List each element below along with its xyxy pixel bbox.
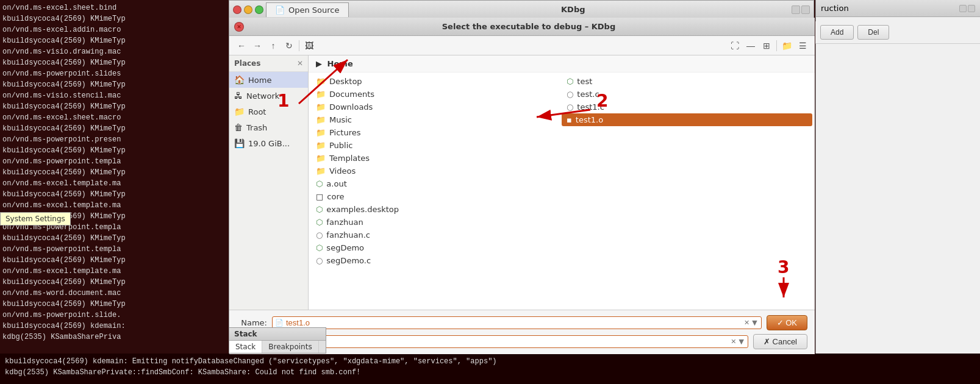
terminal-left: on/vnd.ms-excel.sheet.bind kbuildsycoca4… bbox=[0, 0, 229, 354]
file-item-videos[interactable]: 📁 Videos bbox=[311, 165, 562, 177]
file-item-label: Templates bbox=[329, 154, 370, 163]
add-button[interactable]: Add bbox=[820, 25, 854, 40]
file-item-test1-o[interactable]: ▪ test1.o bbox=[562, 113, 812, 126]
file-item-fanzhuan-c[interactable]: ○ fanzhuan.c bbox=[311, 229, 562, 241]
network-icon: 🖧 bbox=[234, 91, 243, 101]
file-item-downloads[interactable]: 📁 Downloads bbox=[311, 101, 562, 113]
terminal-line: kbuildsycoca4(2569) KMimeTyp bbox=[2, 57, 226, 68]
file-item-core[interactable]: □ core bbox=[311, 190, 562, 203]
places-item-network[interactable]: 🖧 Network bbox=[229, 88, 308, 104]
file-column-2: ⬡ test ○ test.c ○ test1.c ▪ bbox=[562, 75, 812, 267]
close-panel-button[interactable] bbox=[968, 5, 975, 12]
exe-icon: ⬡ bbox=[567, 77, 573, 86]
name-clear-icon[interactable]: ✕ bbox=[743, 319, 751, 327]
terminal-line: kbuildsycoca4(2569) KMimeTyp bbox=[2, 123, 226, 134]
filter-input-wrap: ✕ ▼ bbox=[272, 335, 748, 348]
file-item-fanzhuan[interactable]: ⬡ fanzhuan bbox=[311, 216, 562, 229]
file-item-segdemo-c[interactable]: ○ segDemo.c bbox=[311, 254, 562, 267]
file-item-public[interactable]: 📁 Public bbox=[311, 139, 562, 152]
back-button[interactable]: ← bbox=[234, 39, 249, 52]
terminal-line: on/vnd.ms-powerpoint.templa bbox=[2, 244, 226, 255]
places-item-storage[interactable]: 💾 19.0 GiB... bbox=[229, 135, 308, 151]
tab-breakpoints[interactable]: Breakpoints bbox=[262, 341, 318, 353]
filter-dropdown-icon[interactable]: ▼ bbox=[737, 338, 745, 346]
restore-panel-button[interactable] bbox=[959, 5, 967, 12]
cancel-button[interactable]: ✗ Cancel bbox=[753, 334, 807, 349]
file-item-label: segDemo bbox=[326, 243, 364, 252]
file-item-desktop[interactable]: 📁 Desktop bbox=[311, 75, 562, 88]
terminal-line: kdbg(2535) KSambaSharePriva bbox=[2, 332, 226, 343]
places-item-network-label: Network bbox=[246, 91, 279, 101]
minimize-button[interactable] bbox=[244, 5, 252, 14]
toolbar-separator-2 bbox=[776, 40, 777, 51]
c-icon: ○ bbox=[567, 102, 573, 112]
terminal-line: kbuildsycoca4(2569) KMimeTyp bbox=[2, 255, 226, 266]
reload-button[interactable]: ↻ bbox=[282, 39, 296, 52]
dialog-close-button[interactable]: ✕ bbox=[234, 22, 244, 32]
places-item-trash[interactable]: 🗑 Trash bbox=[229, 119, 308, 135]
dialog-title: Select the executable to debug – KDbg bbox=[248, 22, 810, 31]
terminal-line: kbuildsycoca4(2569) KMimeTyp bbox=[2, 299, 226, 310]
file-item-segdemo[interactable]: ⬡ segDemo bbox=[311, 241, 562, 254]
filter-input[interactable] bbox=[275, 337, 729, 346]
file-dialog: ✕ Select the executable to debug – KDbg … bbox=[229, 18, 815, 354]
terminal-line: on/vnd.ms-visio.drawing.mac bbox=[2, 46, 226, 57]
terminal-line: on/vnd.ms-excel.addin.macro bbox=[2, 24, 226, 35]
terminal-bottom-line2: kdbg(2535) KSambaSharePrivate::findSmbCo… bbox=[5, 367, 975, 378]
terminal-line: kbuildsycoca4(2569) KMimeTyp bbox=[2, 233, 226, 244]
dialog-titlebar: ✕ Select the executable to debug – KDbg bbox=[229, 18, 815, 36]
file-item-label: a.out bbox=[326, 179, 346, 188]
ok-button[interactable]: ✓ OK bbox=[767, 315, 807, 330]
view-button[interactable]: ⊞ bbox=[759, 39, 774, 52]
places-item-home[interactable]: 🏠 Home bbox=[229, 72, 308, 88]
restore-button[interactable] bbox=[792, 5, 800, 14]
maximize-button[interactable] bbox=[255, 5, 263, 14]
fullscreen-button[interactable]: ⛶ bbox=[728, 39, 742, 52]
close-button[interactable] bbox=[233, 5, 241, 14]
open-source-tab[interactable]: 📄 Open Source bbox=[266, 2, 349, 17]
name-input[interactable] bbox=[286, 318, 743, 327]
file-item-documents[interactable]: 📁 Documents bbox=[311, 88, 562, 101]
terminal-line: on/vnd.ms-powerpoint.slide. bbox=[2, 310, 226, 321]
file-item-test-c[interactable]: ○ test.c bbox=[562, 88, 812, 101]
home-icon: 🏠 bbox=[234, 75, 245, 85]
file-item-templates[interactable]: 📁 Templates bbox=[311, 152, 562, 165]
file-item-label: examples.desktop bbox=[326, 205, 399, 214]
file-item-aout[interactable]: ⬡ a.out bbox=[311, 177, 562, 190]
terminal-line: on/vnd.ms-powerpoint.presen bbox=[2, 134, 226, 145]
places-toggle-icon[interactable]: ✕ bbox=[297, 59, 303, 68]
app-titlebar: 📄 Open Source KDbg bbox=[229, 1, 814, 19]
file-item-label: test1.o bbox=[576, 115, 603, 124]
new-folder-button[interactable]: 📁 bbox=[779, 39, 794, 52]
c-icon: ○ bbox=[316, 256, 323, 265]
file-item-label: test bbox=[577, 77, 592, 86]
location-icon: ▶ bbox=[316, 59, 322, 68]
image-button[interactable]: 🖼 bbox=[302, 39, 317, 52]
filter-clear-icon[interactable]: ✕ bbox=[729, 338, 737, 346]
terminal-line: kbuildsycoca4(2569) KMimeTyp bbox=[2, 13, 226, 24]
file-item-label: Pictures bbox=[329, 128, 360, 137]
file-item-examples[interactable]: ⬡ examples.desktop bbox=[311, 203, 562, 216]
places-item-root[interactable]: 📁 Root bbox=[229, 104, 308, 119]
up-button[interactable]: ↑ bbox=[266, 39, 281, 52]
del-button[interactable]: Del bbox=[857, 25, 889, 40]
terminal-line: on/vnd.ms-word.document.mac bbox=[2, 288, 226, 299]
file-item-pictures[interactable]: 📁 Pictures bbox=[311, 126, 562, 139]
terminal-line: on/vnd.ms-excel.template.ma bbox=[2, 266, 226, 277]
file-item-label: Music bbox=[329, 115, 352, 124]
file-item-label: Public bbox=[329, 141, 352, 150]
tab-stack[interactable]: Stack bbox=[229, 341, 262, 353]
places-item-trash-label: Trash bbox=[246, 123, 267, 132]
terminal-line: on/vnd.ms-excel.template.ma bbox=[2, 178, 226, 189]
forward-button[interactable]: → bbox=[250, 39, 265, 52]
file-item-test[interactable]: ⬡ test bbox=[562, 75, 812, 88]
file-item-music[interactable]: 📁 Music bbox=[311, 113, 562, 126]
app-close-button[interactable] bbox=[801, 5, 810, 14]
zoom-slider[interactable]: — bbox=[743, 39, 758, 52]
document-icon: 📄 bbox=[275, 5, 285, 15]
c-icon: ○ bbox=[316, 230, 323, 240]
file-item-test1-c[interactable]: ○ test1.c bbox=[562, 101, 812, 113]
name-dropdown-icon[interactable]: ▼ bbox=[751, 319, 758, 327]
places-label: Places bbox=[234, 59, 260, 68]
bookmarks-button[interactable]: ☰ bbox=[795, 39, 810, 52]
